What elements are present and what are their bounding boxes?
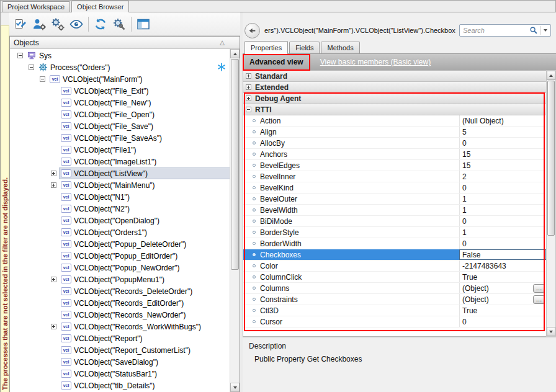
expand-icon[interactable] [246,96,251,101]
expand-icon[interactable] [51,277,56,282]
section-debug-agent[interactable]: Debug Agent [243,93,546,104]
tree-item-vclobject-file-save[interactable]: vclVCLObject("File_Save") [10,120,230,132]
tree-item-vclobject-records-deleteorder[interactable]: vclVCLObject("Records_DeleteOrder") [10,285,230,297]
tree-item-vclobject-orders1[interactable]: vclVCLObject("Orders1") [10,226,230,238]
ellipsis-button[interactable]: … [533,295,545,304]
property-value-cell[interactable]: False [459,249,546,260]
property-name-cell[interactable]: Constraints [243,294,459,305]
property-name-cell[interactable]: ColumnClick [243,272,459,282]
property-row-bevelouter[interactable]: BevelOuter1 [243,194,546,205]
tab-properties[interactable]: Properties [244,41,288,54]
property-name-cell[interactable]: BevelEdges [243,160,459,171]
property-row-bevelinner[interactable]: BevelInner2 [243,171,546,182]
tree-item-vclobject-records-editorder[interactable]: vclVCLObject("Records_EditOrder") [10,297,230,309]
tree-item-vclobject-file-open[interactable]: vclVCLObject("File_Open") [10,109,230,120]
checked-list-icon[interactable] [11,15,30,33]
property-row-bevelwidth[interactable]: BevelWidth1 [243,205,546,216]
property-row-borderstyle[interactable]: BorderStyle1 [243,227,546,238]
property-value-cell[interactable]: True [459,305,546,316]
tab-fields[interactable]: Fields [289,42,320,53]
tab-methods[interactable]: Methods [321,42,359,53]
tree-item-vclobject-file-saveas[interactable]: vclVCLObject("File_SaveAs") [10,132,230,144]
basic-view-link[interactable]: View basic members (Basic view) [320,58,431,66]
sort-ascending-icon[interactable]: △ [220,39,225,46]
property-row-align[interactable]: Align5 [243,127,546,138]
tree-item-vclobject-popupmenu1[interactable]: vclVCLObject("PopupMenu1") [10,274,230,285]
tree-item-vclobject-imagelist1[interactable]: vclVCLObject("ImageList1") [10,156,230,167]
ellipsis-button[interactable]: … [533,284,545,293]
tree-scrollbar[interactable] [230,49,240,392]
scrollbar-thumb[interactable] [231,59,239,270]
property-row-cursor[interactable]: Cursor0 [243,316,546,327]
tree-item-vclobject-popup-editorder[interactable]: vclVCLObject("Popup_EditOrder") [10,250,230,262]
property-name-cell[interactable]: BevelInner [243,171,459,182]
collapse-icon[interactable] [29,65,34,70]
property-value-cell[interactable]: 0 [459,182,546,193]
tree-item-vclobject-file-new[interactable]: vclVCLObject("File_New") [10,97,230,109]
property-name-cell[interactable]: Checkboxes [243,249,459,260]
section-rtti[interactable]: RTTI [243,104,546,115]
tree-item-vclobject-file1[interactable]: vclVCLObject("File1") [10,144,230,156]
tree-item-vclobject-listview[interactable]: vclVCLObject("ListView") [10,167,230,179]
tree-item-sys[interactable]: Sys [10,50,230,61]
scroll-up-button[interactable] [230,49,240,58]
property-value-cell[interactable]: 0 [459,138,546,148]
property-name-cell[interactable]: Anchors [243,149,459,159]
property-name-cell[interactable]: AllocBy [243,138,459,148]
property-value-cell[interactable]: 15 [459,160,546,171]
property-value-cell[interactable]: (Null Object) [459,115,546,126]
tree-item-vclobject-n1[interactable]: vclVCLObject("N1") [10,191,230,203]
tree-item-vclobject-opendialog[interactable]: vclVCLObject("OpenDialog") [10,215,230,226]
collapse-icon[interactable] [246,107,251,112]
property-value-cell[interactable]: (Object)… [459,294,546,305]
property-row-borderwidth[interactable]: BorderWidth0 [243,238,546,249]
scroll-down-button[interactable] [230,383,240,392]
property-name-cell[interactable]: Cursor [243,316,459,327]
scrollbar-track[interactable] [547,81,555,326]
property-value-cell[interactable]: 0 [459,316,546,327]
property-row-bidimode[interactable]: BiDiMode0 [243,216,546,227]
tree-item-vclobject-records-workwithbugs[interactable]: vclVCLObject("Records_WorkWithBugs") [10,321,230,332]
expand-icon[interactable] [51,182,56,188]
property-row-anchors[interactable]: Anchors15 [243,149,546,160]
system-gears-icon[interactable] [48,15,67,33]
property-value-cell[interactable]: 1 [459,227,546,238]
property-row-ctl3d[interactable]: Ctl3DTrue [243,305,546,316]
tree-item-vclobject-statusbar1[interactable]: vclVCLObject("StatusBar1") [10,368,230,380]
tree-item-vclobject-mainform[interactable]: vclVCLObject("MainForm") [10,73,230,85]
property-value-cell[interactable]: (Object)… [459,283,546,293]
property-value-cell[interactable]: 2 [459,171,546,182]
property-value-cell[interactable]: 1 [459,205,546,215]
scrollbar-track[interactable] [230,59,240,382]
tree-item-vclobject-mainmenu[interactable]: vclVCLObject("MainMenu") [10,179,230,191]
collapse-icon[interactable] [17,53,23,58]
property-row-columnclick[interactable]: ColumnClickTrue [243,272,546,283]
property-row-beveledges[interactable]: BevelEdges15 [243,160,546,171]
expand-icon[interactable] [246,84,251,90]
expand-icon[interactable] [51,171,56,176]
tree-item-vclobject-records-neworder[interactable]: vclVCLObject("Records_NewOrder") [10,309,230,321]
search-dropdown-button[interactable] [540,25,550,36]
property-row-checkboxes[interactable]: CheckboxesFalse [243,249,546,261]
property-value-cell[interactable]: 1 [459,194,546,204]
scroll-up-button[interactable] [547,71,555,80]
tree-item-vclobject-file-exit[interactable]: vclVCLObject("File_Exit") [10,85,230,97]
add-process-icon[interactable] [30,15,48,33]
property-name-cell[interactable]: Action [243,115,459,126]
tree-item-vclobject-n2[interactable]: vclVCLObject("N2") [10,203,230,215]
property-name-cell[interactable]: BevelWidth [243,205,459,215]
property-value-cell[interactable]: 15 [459,149,546,159]
property-name-cell[interactable]: BevelKind [243,182,459,193]
property-value-cell[interactable]: 0 [459,216,546,226]
tab-project-workspace[interactable]: Project Workspace [2,1,70,12]
property-row-bevelkind[interactable]: BevelKind0 [243,182,546,194]
tab-object-browser[interactable]: Object Browser [71,1,129,12]
property-name-cell[interactable]: Color [243,261,459,271]
tree-item-process-orders[interactable]: Process("Orders") [10,61,230,73]
property-value-cell[interactable]: -2147483643 [459,261,546,271]
search-input[interactable] [460,27,529,34]
property-name-cell[interactable]: BiDiMode [243,216,459,226]
view-eye-icon[interactable] [67,15,86,33]
property-row-allocby[interactable]: AllocBy0 [243,138,546,149]
scrollbar-thumb[interactable] [547,81,555,236]
